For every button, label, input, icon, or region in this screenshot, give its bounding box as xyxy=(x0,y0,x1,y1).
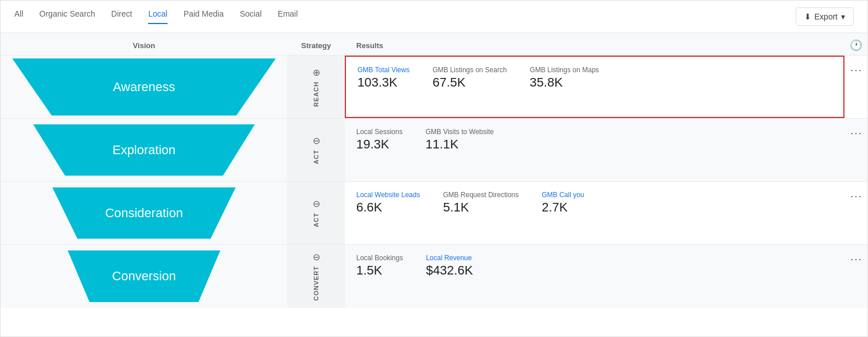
metric-gmb-visits-website: GMB Visits to Website 11.1K xyxy=(426,128,494,152)
gmb-request-directions-label: GMB Request Directions xyxy=(443,191,519,199)
gmb-total-views-label: GMB Total Views xyxy=(357,66,410,74)
awareness-metrics: GMB Total Views 103.3K GMB Listings on S… xyxy=(357,66,832,90)
metric-local-website-leads: Local Website Leads 6.6K xyxy=(356,191,420,215)
history-icon[interactable]: 🕐 xyxy=(850,40,862,51)
consideration-vision: Consideration xyxy=(1,182,287,244)
gmb-listings-maps-value: 35.8K xyxy=(530,75,599,90)
reach-label: REACH xyxy=(313,81,320,107)
exploration-funnel-shape: Exploration xyxy=(21,124,267,176)
act-icon-consideration: ⊖ xyxy=(313,198,320,209)
exploration-actions: ⋮ xyxy=(844,119,867,181)
gmb-call-you-label: GMB Call you xyxy=(542,191,584,199)
column-headers: Vision Strategy Results 🕐 xyxy=(1,33,867,56)
awareness-menu-icon[interactable]: ⋮ xyxy=(849,65,863,77)
local-sessions-label: Local Sessions xyxy=(356,128,403,136)
awareness-label: Awareness xyxy=(113,80,175,95)
metric-gmb-total-views: GMB Total Views 103.3K xyxy=(357,66,410,90)
tab-paid-media[interactable]: Paid Media xyxy=(184,9,224,24)
gmb-visits-website-label: GMB Visits to Website xyxy=(426,128,494,136)
local-revenue-value: $432.6K xyxy=(426,263,473,278)
gmb-total-views-value: 103.3K xyxy=(357,75,410,90)
conversion-strategy: ⊖ CONVERT xyxy=(287,245,345,308)
consideration-strategy: ⊖ ACT xyxy=(287,182,345,244)
exploration-menu-icon[interactable]: ⋮ xyxy=(849,128,863,140)
consideration-funnel-shape: Consideration xyxy=(29,187,259,239)
conversion-funnel-shape: Conversion xyxy=(35,250,253,302)
export-button[interactable]: ⬇ Export ▾ xyxy=(796,7,854,26)
tab-email[interactable]: Email xyxy=(278,9,298,24)
conversion-results: Local Bookings 1.5K Local Revenue $432.6… xyxy=(345,245,844,308)
local-bookings-label: Local Bookings xyxy=(356,254,403,262)
chevron-down-icon: ▾ xyxy=(841,12,845,21)
history-header: 🕐 xyxy=(844,39,867,52)
gmb-listings-search-value: 67.5K xyxy=(433,75,507,90)
awareness-actions: ⋮ xyxy=(844,56,867,118)
exploration-label: Exploration xyxy=(112,143,176,158)
exploration-results: Local Sessions 19.3K GMB Visits to Websi… xyxy=(345,119,844,181)
metric-gmb-listings-maps: GMB Listings on Maps 35.8K xyxy=(530,66,599,90)
consideration-results: Local Website Leads 6.6K GMB Request Dir… xyxy=(345,182,844,244)
conversion-label: Conversion xyxy=(112,269,176,284)
tab-social[interactable]: Social xyxy=(240,9,262,24)
awareness-results: GMB Total Views 103.3K GMB Listings on S… xyxy=(345,56,844,118)
metric-local-sessions: Local Sessions 19.3K xyxy=(356,128,403,152)
exploration-row: Exploration ⊖ ACT Local Sessions 19.3K G… xyxy=(1,119,867,182)
act-label-consideration: ACT xyxy=(313,213,320,228)
consideration-actions: ⋮ xyxy=(844,182,867,244)
conversion-metrics: Local Bookings 1.5K Local Revenue $432.6… xyxy=(356,254,833,278)
convert-icon: ⊖ xyxy=(313,252,320,262)
conversion-menu-icon[interactable]: ⋮ xyxy=(849,254,863,266)
consideration-metrics: Local Website Leads 6.6K GMB Request Dir… xyxy=(356,191,833,215)
exploration-metrics: Local Sessions 19.3K GMB Visits to Websi… xyxy=(356,128,833,152)
conversion-row: Conversion ⊖ CONVERT Local Bookings 1.5K… xyxy=(1,245,867,308)
consideration-label: Consideration xyxy=(105,206,183,221)
metric-local-bookings: Local Bookings 1.5K xyxy=(356,254,403,278)
local-website-leads-value: 6.6K xyxy=(356,200,420,215)
results-header: Results xyxy=(345,41,844,50)
tab-all[interactable]: All xyxy=(14,9,24,24)
gmb-listings-maps-label: GMB Listings on Maps xyxy=(530,66,599,74)
consideration-row: Consideration ⊖ ACT Local Website Leads … xyxy=(1,182,867,245)
local-revenue-label: Local Revenue xyxy=(426,254,473,262)
awareness-row: Awareness ⊕ REACH GMB Total Views 103.3K… xyxy=(1,56,867,119)
awareness-vision: Awareness xyxy=(1,56,287,118)
exploration-strategy: ⊖ ACT xyxy=(287,119,345,181)
exploration-vision: Exploration xyxy=(1,119,287,181)
download-icon: ⬇ xyxy=(804,12,811,21)
gmb-request-directions-value: 5.1K xyxy=(443,200,519,215)
vision-header: Vision xyxy=(1,41,287,50)
consideration-menu-icon[interactable]: ⋮ xyxy=(849,191,863,203)
tab-organic-search[interactable]: Organic Search xyxy=(40,9,95,24)
strategy-header: Strategy xyxy=(287,41,345,50)
metric-local-revenue: Local Revenue $432.6K xyxy=(426,254,473,278)
act-icon-exploration: ⊖ xyxy=(313,135,320,146)
awareness-funnel-shape: Awareness xyxy=(12,58,276,116)
reach-icon: ⊕ xyxy=(313,67,320,78)
conversion-actions: ⋮ xyxy=(844,245,867,308)
metric-gmb-request-directions: GMB Request Directions 5.1K xyxy=(443,191,519,215)
metric-gmb-call-you: GMB Call you 2.7K xyxy=(542,191,584,215)
local-website-leads-label: Local Website Leads xyxy=(356,191,420,199)
gmb-listings-search-label: GMB Listings on Search xyxy=(433,66,507,74)
gmb-visits-website-value: 11.1K xyxy=(426,137,494,152)
nav-tabs: All Organic Search Direct Local Paid Med… xyxy=(14,9,796,24)
gmb-call-you-value: 2.7K xyxy=(542,200,584,215)
conversion-vision: Conversion xyxy=(1,245,287,308)
act-label-exploration: ACT xyxy=(313,150,320,164)
tab-direct[interactable]: Direct xyxy=(111,9,133,24)
local-bookings-value: 1.5K xyxy=(356,263,403,278)
convert-label: CONVERT xyxy=(313,266,320,301)
metric-gmb-listings-search: GMB Listings on Search 67.5K xyxy=(433,66,507,90)
tab-local[interactable]: Local xyxy=(148,9,167,24)
awareness-strategy: ⊕ REACH xyxy=(287,56,345,118)
local-sessions-value: 19.3K xyxy=(356,137,403,152)
